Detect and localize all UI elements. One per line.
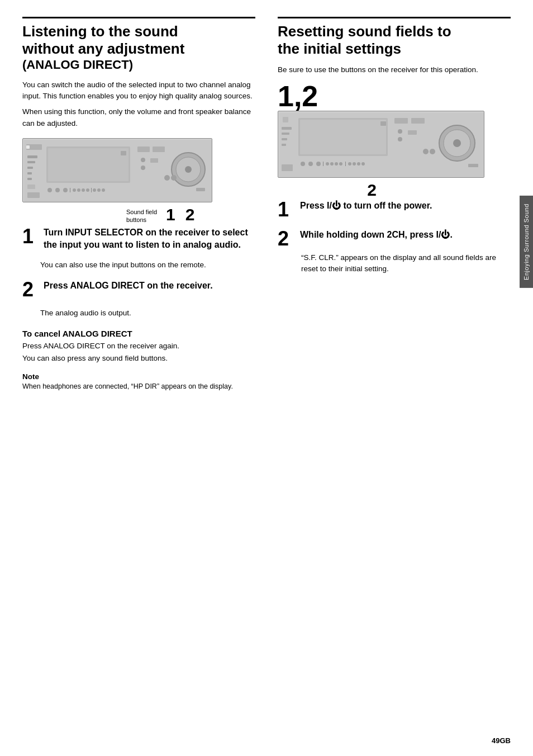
step-numbers-diagram: 1 2 [166, 205, 194, 224]
svg-rect-35 [27, 192, 40, 198]
svg-point-67 [423, 149, 429, 154]
svg-point-46 [301, 162, 305, 166]
svg-rect-63 [408, 130, 417, 135]
svg-rect-2 [26, 145, 30, 149]
svg-point-62 [398, 137, 402, 141]
svg-rect-69 [468, 164, 478, 167]
right-step-2: 2 While holding down 2CH, press I/⏻. “S.… [278, 229, 511, 275]
svg-rect-24 [137, 147, 150, 152]
left-title-line1: Listening to the sound [22, 23, 255, 40]
svg-rect-7 [27, 178, 32, 180]
left-column: Listening to the sound without any adjus… [22, 17, 255, 391]
svg-point-18 [82, 188, 85, 192]
right-step1-number: 1 [278, 200, 294, 220]
step1-number: 1 [22, 226, 39, 247]
svg-rect-59 [394, 118, 408, 124]
right-column: Resetting sound fields to the initial se… [278, 17, 511, 391]
right-title-line2: the initial settings [278, 40, 511, 58]
svg-point-66 [453, 139, 461, 147]
svg-point-16 [73, 188, 76, 192]
note-title: Note [22, 372, 255, 381]
svg-rect-34 [196, 188, 205, 191]
svg-rect-37 [283, 117, 288, 122]
svg-rect-6 [27, 172, 32, 174]
right-step-1: 1 Press I/⏻ to turn off the power. [278, 200, 511, 220]
svg-point-51 [330, 162, 334, 166]
svg-point-27 [141, 166, 145, 170]
svg-point-19 [86, 188, 89, 192]
svg-point-52 [335, 162, 338, 166]
step1-body: You can also use the input buttons on th… [40, 259, 255, 271]
svg-point-53 [339, 162, 342, 166]
right-diagram-label2: 2 [233, 181, 511, 200]
left-step-2: 2 Press ANALOG DIRECT on the receiver. T… [22, 280, 255, 319]
left-receiver-svg [22, 138, 212, 202]
svg-point-47 [308, 162, 313, 166]
svg-rect-60 [411, 118, 425, 124]
step2-title: Press ANALOG DIRECT on the receiver. [44, 280, 213, 292]
right-title-line1: Resetting sound fields to [278, 23, 511, 40]
svg-rect-20 [91, 188, 92, 192]
left-section-title-bar: Listening to the sound without any adjus… [22, 17, 255, 73]
svg-rect-54 [345, 162, 346, 166]
left-intro-2: When using this function, only the volum… [22, 106, 255, 129]
step-num-1: 1 [166, 205, 175, 224]
sidebar-label: Enjoying Surround Sound [523, 204, 530, 280]
svg-rect-11 [121, 151, 126, 155]
left-receiver-diagram-wrap: Sound fieldbuttons 1 2 [22, 138, 255, 224]
cancel-body2: You can also press any sound field butto… [22, 353, 255, 364]
sidebar-tab: Enjoying Surround Sound [520, 196, 533, 288]
svg-rect-40 [282, 138, 287, 140]
svg-point-68 [430, 149, 435, 154]
page-number: 49GB [492, 736, 511, 745]
svg-rect-49 [323, 162, 323, 166]
svg-point-61 [398, 129, 402, 134]
left-title-line3: (ANALOG DIRECT) [22, 58, 255, 72]
right-receiver-svg [278, 111, 484, 178]
note-body: When headphones are connected, “HP DIR” … [22, 382, 255, 392]
svg-point-57 [357, 162, 360, 166]
svg-point-17 [77, 188, 80, 192]
svg-point-14 [63, 188, 68, 192]
svg-rect-4 [27, 161, 35, 163]
svg-point-56 [353, 162, 356, 166]
right-intro: Be sure to use the buttons on the receiv… [278, 64, 511, 75]
step1-title: Turn INPUT SELECTOR on the receiver to s… [44, 226, 255, 252]
right-section-title-bar: Resetting sound fields to the initial se… [278, 17, 511, 58]
step-num-2: 2 [185, 205, 195, 224]
svg-point-22 [97, 188, 101, 192]
svg-point-21 [93, 188, 96, 192]
svg-rect-41 [282, 144, 286, 146]
svg-point-23 [102, 188, 105, 192]
svg-point-33 [171, 175, 177, 181]
svg-rect-44 [300, 120, 386, 154]
step2-body: The analog audio is output. [40, 308, 255, 319]
svg-point-55 [348, 162, 351, 166]
left-step-1: 1 Turn INPUT SELECTOR on the receiver to… [22, 226, 255, 271]
right-step2-title: While holding down 2CH, press I/⏻. [300, 229, 453, 241]
svg-rect-39 [282, 133, 289, 135]
svg-rect-38 [282, 127, 292, 130]
svg-rect-45 [380, 121, 386, 126]
svg-point-32 [164, 175, 170, 181]
svg-rect-15 [70, 188, 70, 192]
step2-number: 2 [22, 280, 39, 300]
right-receiver-diagram-wrap: 2 [278, 111, 511, 200]
svg-rect-3 [27, 155, 37, 158]
left-intro-1: You can switch the audio of the selected… [22, 79, 255, 102]
svg-rect-5 [27, 167, 33, 169]
svg-point-31 [185, 166, 192, 173]
cancel-title: To cancel ANALOG DIRECT [22, 329, 255, 338]
svg-point-12 [47, 188, 52, 192]
left-title-line2: without any adjustment [22, 40, 255, 58]
svg-rect-28 [150, 158, 158, 163]
svg-rect-25 [153, 147, 165, 152]
right-step2-body: “S.F. CLR.” appears on the display and a… [301, 252, 511, 275]
svg-rect-8 [27, 185, 35, 189]
svg-rect-10 [48, 148, 129, 181]
right-step2-number: 2 [278, 229, 294, 249]
page-container: Listening to the sound without any adjus… [0, 0, 533, 756]
right-step1-title: Press I/⏻ to turn off the power. [300, 200, 432, 212]
svg-point-13 [55, 188, 60, 192]
sound-field-label: Sound fieldbuttons [126, 208, 157, 224]
